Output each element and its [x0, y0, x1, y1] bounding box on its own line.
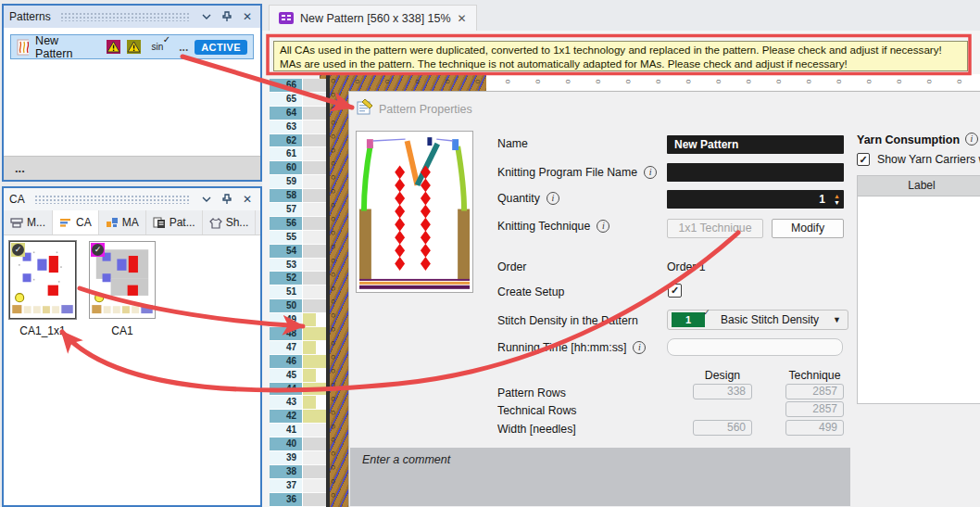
info-icon[interactable]: i: [547, 192, 559, 205]
row-marker-cell[interactable]: [302, 259, 326, 273]
row-marker-cell[interactable]: [302, 79, 326, 93]
close-icon[interactable]: ✕: [458, 12, 467, 25]
patterns-panel-titlebar[interactable]: Patterns ✕: [4, 6, 260, 28]
row-number[interactable]: 55: [270, 231, 302, 245]
ca-panel-titlebar[interactable]: CA ✕: [4, 188, 260, 210]
row-marker-cell[interactable]: [302, 396, 326, 410]
row-number[interactable]: 63: [270, 120, 302, 134]
chevron-down-icon[interactable]: [199, 192, 214, 207]
quantity-input[interactable]: 1 ▲▼: [667, 190, 844, 209]
row-number[interactable]: 37: [270, 479, 302, 493]
row-number[interactable]: 59: [270, 175, 302, 189]
row-marker-cell[interactable]: [302, 369, 326, 383]
row-number[interactable]: 61: [270, 147, 302, 161]
info-icon[interactable]: i: [633, 341, 646, 354]
row-marker-cell[interactable]: [302, 451, 326, 465]
patterns-more-bar[interactable]: ...: [4, 156, 260, 180]
row-marker-cell[interactable]: [302, 120, 326, 134]
row-number[interactable]: 52: [270, 272, 302, 285]
row-marker-cell[interactable]: [302, 93, 326, 107]
create-setup-checkbox[interactable]: ✓: [668, 284, 682, 298]
row-number[interactable]: 64: [270, 107, 302, 120]
row-marker-cell[interactable]: [302, 313, 326, 327]
item-more-button[interactable]: ...: [179, 41, 188, 54]
thumbnail-ca1[interactable]: [89, 241, 156, 319]
row-marker-cell[interactable]: [302, 203, 326, 217]
row-marker-cell[interactable]: [302, 107, 326, 120]
row-number[interactable]: 41: [270, 424, 302, 437]
row-marker-cell[interactable]: [302, 465, 326, 479]
show-yarn-carriers-checkbox[interactable]: ✓: [857, 153, 870, 166]
pin-icon[interactable]: [220, 192, 234, 207]
row-marker-cell[interactable]: [302, 437, 326, 451]
row-number[interactable]: 47: [270, 341, 302, 355]
row-marker-cell[interactable]: [302, 147, 326, 161]
row-marker-cell[interactable]: [302, 189, 326, 203]
row-marker-cell[interactable]: [302, 424, 326, 437]
row-number[interactable]: 48: [270, 327, 302, 341]
row-number[interactable]: 39: [270, 451, 302, 465]
chevron-down-icon[interactable]: [199, 9, 214, 24]
stitch-density-dropdown[interactable]: 1 ✓ Basic Stitch Density ▼: [667, 310, 848, 330]
row-number[interactable]: 56: [270, 217, 302, 231]
row-marker-cell[interactable]: [302, 285, 326, 299]
row-number[interactable]: 66: [270, 79, 302, 93]
row-marker-cell[interactable]: [302, 134, 326, 148]
close-icon[interactable]: ✕: [240, 9, 255, 24]
spin-up-icon[interactable]: ▲: [834, 193, 840, 199]
row-number[interactable]: 44: [270, 383, 302, 397]
comment-input[interactable]: Enter a comment: [350, 448, 850, 506]
label-column-header[interactable]: Label: [858, 176, 980, 196]
row-number[interactable]: 62: [270, 134, 302, 148]
name-input[interactable]: New Pattern: [667, 135, 844, 154]
row-number[interactable]: 49: [270, 313, 302, 327]
row-marker-cell[interactable]: [302, 299, 326, 313]
row-number[interactable]: 36: [270, 493, 302, 507]
row-number[interactable]: 60: [270, 161, 302, 175]
pin-icon[interactable]: [220, 9, 234, 24]
info-icon[interactable]: i: [644, 166, 657, 179]
row-marker-cell[interactable]: [302, 355, 326, 369]
tab-ca[interactable]: CA: [53, 210, 99, 234]
tab-ma[interactable]: MA: [99, 210, 146, 234]
tab-machine[interactable]: M...: [4, 210, 53, 234]
row-marker-cell[interactable]: [302, 231, 326, 245]
file-name-input[interactable]: [667, 163, 844, 182]
row-number[interactable]: 65: [270, 93, 302, 107]
row-marker-cell[interactable]: [302, 327, 326, 341]
info-icon[interactable]: i: [597, 220, 609, 233]
modify-button[interactable]: Modify: [772, 219, 844, 238]
info-icon[interactable]: i: [965, 133, 978, 146]
row-marker-cell[interactable]: [302, 245, 326, 259]
row-number[interactable]: 43: [270, 396, 302, 410]
close-icon[interactable]: ✕: [240, 192, 255, 207]
row-number[interactable]: 54: [270, 245, 302, 259]
thumbnail-ca1-1x1[interactable]: [9, 241, 76, 319]
tab-pattern[interactable]: Pat...: [146, 210, 203, 234]
row-number[interactable]: 57: [270, 203, 302, 217]
row-marker-cell[interactable]: [302, 383, 326, 397]
row-number[interactable]: 51: [270, 285, 302, 299]
pattern-list-item[interactable]: New Pattern sin ✓ ... ACTIVE: [10, 34, 254, 59]
row-number[interactable]: 45: [270, 369, 302, 383]
row-marker-cell[interactable]: [302, 410, 326, 424]
check-icon: ✓: [703, 308, 710, 317]
row-marker-cell[interactable]: [302, 272, 326, 285]
spin-down-icon[interactable]: ▼: [834, 199, 840, 206]
row-marker-cell[interactable]: [302, 161, 326, 175]
row-number[interactable]: 40: [270, 437, 302, 451]
row-number[interactable]: 38: [270, 465, 302, 479]
row-marker-cell[interactable]: [302, 479, 326, 493]
row-number[interactable]: 50: [270, 299, 302, 313]
tab-shape[interactable]: Sh...: [203, 210, 257, 234]
row-number[interactable]: 42: [270, 410, 302, 424]
row-marker-cell[interactable]: [302, 175, 326, 189]
row-marker-cell[interactable]: [302, 341, 326, 355]
document-tab[interactable]: New Pattern [560 x 338] 15% ✕: [269, 5, 477, 31]
row-number[interactable]: 46: [270, 355, 302, 369]
row-number[interactable]: 53: [270, 259, 302, 273]
running-time-input[interactable]: [667, 338, 843, 356]
row-marker-cell[interactable]: [302, 493, 326, 507]
row-marker-cell[interactable]: [302, 217, 326, 231]
row-number[interactable]: 58: [270, 189, 302, 203]
